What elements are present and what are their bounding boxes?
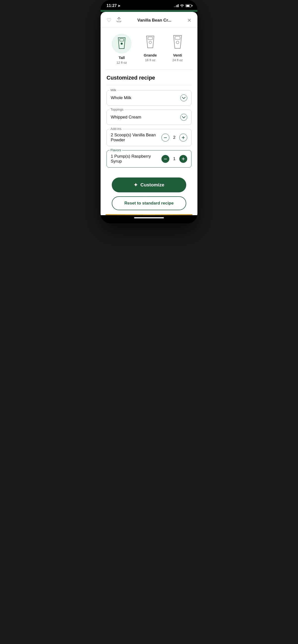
location-icon: ➤ xyxy=(118,4,120,8)
close-icon[interactable]: ✕ xyxy=(187,17,192,23)
reset-label: Reset to standard recipe xyxy=(124,201,174,206)
header-left: ♡ xyxy=(106,17,121,24)
battery-fill xyxy=(186,5,190,7)
size-tall[interactable]: Tall 12 fl oz xyxy=(112,34,132,64)
signal-bar-2 xyxy=(175,6,176,7)
milk-field-group: Milk Whole Milk xyxy=(106,90,192,106)
venti-cup-container xyxy=(169,34,186,51)
grande-cup-container xyxy=(141,34,159,51)
svg-point-3 xyxy=(149,41,152,44)
toppings-field-group: Toppings Whipped Cream xyxy=(106,110,192,125)
addins-label: Add-ins xyxy=(109,127,122,131)
addins-stepper-box: 2 Scoop(s) Vanilla Bean Powder 2 xyxy=(106,129,192,146)
svg-rect-6 xyxy=(164,137,167,138)
main-card: ♡ Vanilla Bean Cr... ✕ xyxy=(101,12,197,215)
toppings-dropdown[interactable]: Whipped Cream xyxy=(106,110,192,125)
reset-button[interactable]: Reset to standard recipe xyxy=(112,196,186,210)
time: 11:27 xyxy=(106,4,117,8)
toppings-chevron-icon[interactable] xyxy=(180,114,187,121)
status-right xyxy=(174,4,192,7)
size-venti[interactable]: Venti 24 fl oz xyxy=(169,34,186,64)
toppings-label: Toppings xyxy=(109,108,124,111)
tall-oz: 12 fl oz xyxy=(116,61,127,64)
svg-rect-0 xyxy=(120,39,124,41)
addins-value: 2 Scoop(s) Vanilla Bean Powder xyxy=(111,132,162,142)
header: ♡ Vanilla Bean Cr... ✕ xyxy=(101,12,197,28)
grande-cup-icon xyxy=(144,35,157,50)
addins-increment-button[interactable] xyxy=(179,134,187,142)
milk-label: Milk xyxy=(109,88,117,92)
signal-bar-3 xyxy=(177,5,177,7)
tall-label: Tall xyxy=(119,56,125,60)
svg-point-1 xyxy=(121,43,123,44)
flavors-stepper-box: 1 Pump(s) Raspberry Syrup 1 xyxy=(106,150,192,168)
addins-count: 2 xyxy=(172,135,176,140)
flavors-count: 1 xyxy=(172,156,176,161)
venti-label: Venti xyxy=(173,53,182,57)
customize-star-icon: ✦ xyxy=(134,182,138,188)
size-grande[interactable]: Grande 16 fl oz xyxy=(141,34,159,64)
customize-button[interactable]: ✦ Customize xyxy=(112,178,186,192)
svg-rect-2 xyxy=(148,37,153,40)
page-title: Vanilla Bean Cr... xyxy=(121,18,187,23)
grande-label: Grande xyxy=(144,53,157,57)
milk-chevron-icon[interactable] xyxy=(180,94,187,102)
addins-field-group: Add-ins 2 Scoop(s) Vanilla Bean Powder 2 xyxy=(106,129,192,146)
wifi-icon xyxy=(180,4,184,7)
heart-icon[interactable]: ♡ xyxy=(106,17,111,24)
signal-bar-4 xyxy=(178,4,179,7)
toppings-value: Whipped Cream xyxy=(111,115,141,120)
grande-oz: 16 fl oz xyxy=(145,58,156,62)
addins-decrement-button[interactable] xyxy=(162,134,169,142)
flavors-field-group: Flavors 1 Pump(s) Raspberry Syrup 1 xyxy=(106,150,192,168)
tall-cup-icon xyxy=(116,37,128,50)
size-selector: Tall 12 fl oz Grande 16 fl oz xyxy=(101,28,197,70)
button-section: ✦ Customize Reset to standard recipe xyxy=(101,172,197,214)
recipe-divider xyxy=(106,85,192,85)
signal-bar-1 xyxy=(174,6,175,7)
share-icon[interactable] xyxy=(116,17,121,24)
flavors-label: Flavors xyxy=(109,148,122,152)
svg-rect-8 xyxy=(182,137,185,138)
flavors-stepper: 1 xyxy=(162,155,187,163)
signal-bars xyxy=(174,4,179,7)
recipe-section: Customized recipe Milk Whole Milk Toppin… xyxy=(101,70,197,168)
flavors-increment-button[interactable] xyxy=(179,155,187,163)
home-bar xyxy=(134,217,164,218)
status-bar: 11:27 ➤ xyxy=(101,0,197,10)
venti-cup-icon xyxy=(171,34,185,50)
svg-rect-11 xyxy=(182,159,185,159)
addins-stepper: 2 xyxy=(162,134,187,142)
milk-dropdown[interactable]: Whole Milk xyxy=(106,90,192,106)
home-indicator xyxy=(101,215,197,223)
venti-oz: 24 fl oz xyxy=(172,58,183,62)
status-left: 11:27 ➤ xyxy=(106,4,120,8)
tall-cup-container xyxy=(112,34,132,54)
svg-point-5 xyxy=(176,41,179,44)
customize-label: Customize xyxy=(140,182,164,188)
flavors-value: 1 Pump(s) Raspberry Syrup xyxy=(111,154,162,164)
battery-icon xyxy=(186,4,192,7)
svg-rect-9 xyxy=(164,159,167,159)
flavors-decrement-button[interactable] xyxy=(162,155,169,163)
green-top-bar xyxy=(101,10,197,12)
recipe-title: Customized recipe xyxy=(106,74,192,81)
milk-value: Whole Milk xyxy=(111,96,131,100)
phone-frame: 11:27 ➤ ♡ xyxy=(101,0,197,223)
svg-rect-4 xyxy=(175,36,180,40)
